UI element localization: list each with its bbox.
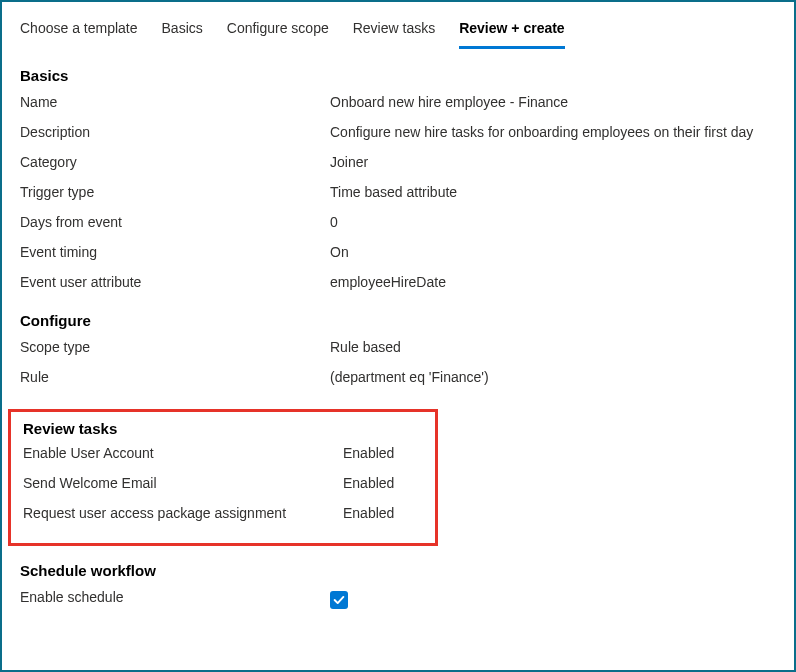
value-name: Onboard new hire employee - Finance [330,94,568,110]
value-scope-type: Rule based [330,339,401,355]
label-trigger-type: Trigger type [20,184,330,200]
label-scope-type: Scope type [20,339,330,355]
value-trigger-type: Time based attribute [330,184,457,200]
label-enable-user-account: Enable User Account [23,445,343,461]
row-trigger-type: Trigger type Time based attribute [20,184,776,208]
label-rule: Rule [20,369,330,385]
row-rule: Rule (department eq 'Finance') [20,369,776,393]
value-enable-user-account: Enabled [343,445,394,461]
value-event-timing: On [330,244,349,260]
tab-bar: Choose a template Basics Configure scope… [20,14,776,49]
checkmark-icon [332,593,346,607]
label-request-access-package: Request user access package assignment [23,505,343,521]
tab-choose-template[interactable]: Choose a template [20,14,138,49]
row-category: Category Joiner [20,154,776,178]
label-event-user-attribute: Event user attribute [20,274,330,290]
value-event-user-attribute: employeeHireDate [330,274,446,290]
row-enable-schedule: Enable schedule [20,589,776,613]
row-enable-user-account: Enable User Account Enabled [23,445,423,469]
value-description: Configure new hire tasks for onboarding … [330,124,753,140]
section-heading-review-tasks: Review tasks [23,420,423,437]
section-heading-configure: Configure [20,312,776,329]
value-days-from-event: 0 [330,214,338,230]
row-description: Description Configure new hire tasks for… [20,124,776,148]
value-enable-schedule [330,589,348,610]
label-name: Name [20,94,330,110]
value-send-welcome-email: Enabled [343,475,394,491]
tab-review-tasks[interactable]: Review tasks [353,14,435,49]
value-request-access-package: Enabled [343,505,394,521]
label-send-welcome-email: Send Welcome Email [23,475,343,491]
label-category: Category [20,154,330,170]
value-rule: (department eq 'Finance') [330,369,489,385]
label-description: Description [20,124,330,140]
section-heading-schedule: Schedule workflow [20,562,776,579]
tab-basics[interactable]: Basics [162,14,203,49]
value-category: Joiner [330,154,368,170]
review-tasks-highlight: Review tasks Enable User Account Enabled… [8,409,438,546]
tab-configure-scope[interactable]: Configure scope [227,14,329,49]
label-event-timing: Event timing [20,244,330,260]
row-days-from-event: Days from event 0 [20,214,776,238]
row-event-user-attribute: Event user attribute employeeHireDate [20,274,776,298]
tab-review-create[interactable]: Review + create [459,14,564,49]
section-heading-basics: Basics [20,67,776,84]
row-request-access-package: Request user access package assignment E… [23,505,423,529]
row-send-welcome-email: Send Welcome Email Enabled [23,475,423,499]
label-enable-schedule: Enable schedule [20,589,330,605]
row-event-timing: Event timing On [20,244,776,268]
label-days-from-event: Days from event [20,214,330,230]
enable-schedule-checkbox[interactable] [330,591,348,609]
row-scope-type: Scope type Rule based [20,339,776,363]
row-name: Name Onboard new hire employee - Finance [20,94,776,118]
